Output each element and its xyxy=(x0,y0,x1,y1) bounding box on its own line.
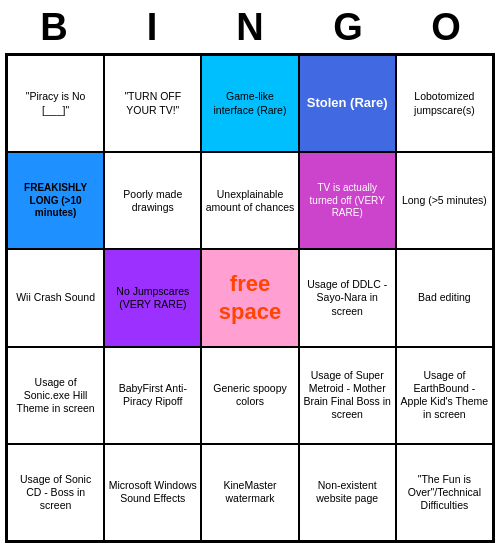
bingo-cell-17: Generic spoopy colors xyxy=(201,347,298,444)
bingo-cell-19: Usage of EarthBound - Apple Kid's Theme … xyxy=(396,347,493,444)
bingo-cell-9: Long (>5 minutes) xyxy=(396,152,493,249)
bingo-cell-5: FREAKISHLY LONG (>10 minutes) xyxy=(7,152,104,249)
bingo-cell-24: "The Fun is Over"/Technical Difficulties xyxy=(396,444,493,541)
title-b: B xyxy=(24,6,84,49)
bingo-grid: "Piracy is No [___]""TURN OFF YOUR TV!"G… xyxy=(5,53,495,543)
bingo-cell-15: Usage of Sonic.exe Hill Theme in screen xyxy=(7,347,104,444)
bingo-cell-20: Usage of Sonic CD - Boss in screen xyxy=(7,444,104,541)
bingo-cell-16: BabyFirst Anti-Piracy Ripoff xyxy=(104,347,201,444)
bingo-title: B I N G O xyxy=(5,0,495,53)
bingo-cell-21: Microsoft Windows Sound Effects xyxy=(104,444,201,541)
bingo-cell-10: Wii Crash Sound xyxy=(7,249,104,346)
bingo-cell-14: Bad editing xyxy=(396,249,493,346)
bingo-cell-2: Game-like interface (Rare) xyxy=(201,55,298,152)
bingo-cell-7: Unexplainable amount of chances xyxy=(201,152,298,249)
bingo-cell-6: Poorly made drawings xyxy=(104,152,201,249)
title-o: O xyxy=(416,6,476,49)
bingo-cell-11: No Jumpscares (VERY RARE) xyxy=(104,249,201,346)
bingo-cell-1: "TURN OFF YOUR TV!" xyxy=(104,55,201,152)
title-g: G xyxy=(318,6,378,49)
bingo-cell-22: KineMaster watermark xyxy=(201,444,298,541)
title-i: I xyxy=(122,6,182,49)
bingo-cell-18: Usage of Super Metroid - Mother Brain Fi… xyxy=(299,347,396,444)
bingo-cell-3: Stolen (Rare) xyxy=(299,55,396,152)
bingo-cell-0: "Piracy is No [___]" xyxy=(7,55,104,152)
bingo-cell-23: Non-existent website page xyxy=(299,444,396,541)
title-n: N xyxy=(220,6,280,49)
bingo-cell-8: TV is actually turned off (VERY RARE) xyxy=(299,152,396,249)
bingo-cell-4: Lobotomized jumpscare(s) xyxy=(396,55,493,152)
bingo-cell-12: free space xyxy=(201,249,298,346)
bingo-cell-13: Usage of DDLC - Sayo-Nara in screen xyxy=(299,249,396,346)
